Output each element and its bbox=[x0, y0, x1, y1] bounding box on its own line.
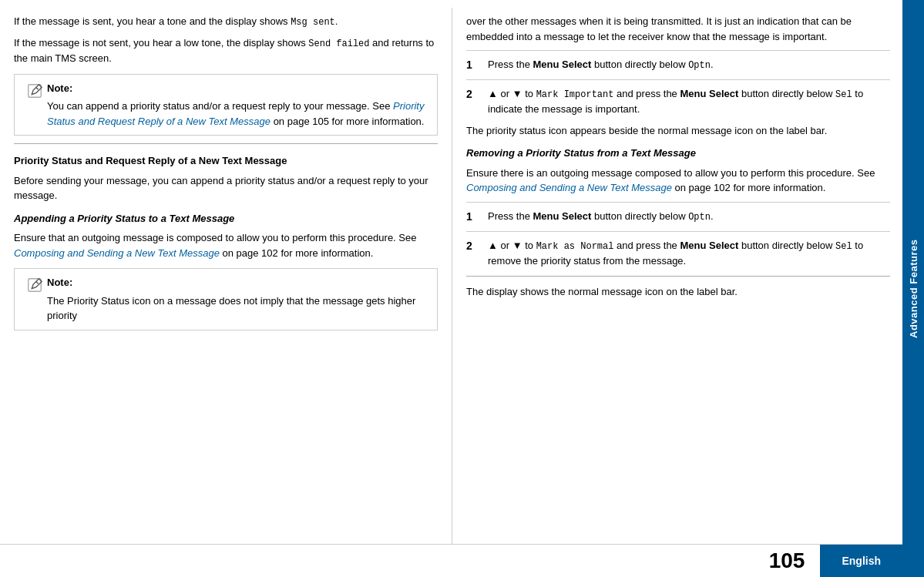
msg-sent-mono: Msg sent bbox=[291, 17, 335, 28]
step-number-1: 1 bbox=[466, 57, 483, 73]
italic-heading-appending: Appending a Priority Status to a Text Me… bbox=[14, 211, 438, 226]
arrow-down-2: ▼ bbox=[512, 240, 522, 251]
ensure-para-1: Ensure that an outgoing message is compo… bbox=[14, 230, 438, 260]
pencil-icon bbox=[26, 82, 43, 99]
arrow-down-1: ▼ bbox=[512, 88, 522, 99]
advanced-features-tab: Advanced Features bbox=[902, 0, 924, 577]
svg-rect-0 bbox=[29, 84, 42, 97]
step-row-1: 1 Press the Menu Select button directly … bbox=[466, 50, 890, 73]
step-row-3: 1 Press the Menu Select button directly … bbox=[466, 202, 890, 225]
note-title-1: Note: bbox=[47, 81, 429, 96]
italic-heading-removing: Removing a Priority Status from a Text M… bbox=[466, 146, 890, 161]
divider-2 bbox=[466, 276, 890, 277]
step-number-3: 1 bbox=[466, 209, 483, 225]
english-tab[interactable]: English bbox=[820, 545, 902, 577]
para-display: The display shows the normal message ico… bbox=[466, 284, 890, 300]
columns-wrapper: If the message is sent, you hear a tone … bbox=[0, 0, 902, 544]
note-box-2: Note: The Priority Status icon on a mess… bbox=[14, 268, 438, 330]
step-content-2: ▲ or ▼ to Mark Important and press the M… bbox=[488, 86, 890, 117]
para-send-failed: If the message is not sent, you hear a l… bbox=[14, 35, 438, 66]
step2-mono: Mark Important bbox=[536, 89, 614, 100]
step-content-1: Press the Menu Select button directly be… bbox=[488, 57, 890, 72]
page-body: If the message is sent, you hear a tone … bbox=[0, 0, 902, 577]
arrow-up-2: ▲ bbox=[488, 240, 498, 251]
main-content: If the message is sent, you hear a tone … bbox=[0, 0, 924, 577]
step3-bold: Menu Select bbox=[533, 210, 592, 222]
step-number-2: 2 bbox=[466, 86, 483, 102]
step-row-2: 2 ▲ or ▼ to Mark Important and press the… bbox=[466, 79, 890, 117]
step-content-4: ▲ or ▼ to Mark as Normal and press the M… bbox=[488, 238, 890, 269]
para-msg-sent: If the message is sent, you hear a tone … bbox=[14, 14, 438, 29]
divider-1 bbox=[14, 143, 438, 144]
bottom-bar: 105 English bbox=[0, 544, 902, 577]
note-box-1: Note: You can append a priority status a… bbox=[14, 74, 438, 136]
section-heading-priority: Priority Status and Request Reply of a N… bbox=[14, 153, 438, 169]
right-column: over the other messages when it is being… bbox=[452, 8, 902, 544]
step2-mono2: Sel bbox=[835, 89, 852, 100]
step4-mono: Mark as Normal bbox=[536, 241, 614, 252]
note-icon-1 bbox=[22, 81, 47, 129]
step-content-3: Press the Menu Select button directly be… bbox=[488, 209, 890, 224]
svg-rect-1 bbox=[29, 279, 42, 292]
note-content-1: Note: You can append a priority status a… bbox=[47, 81, 429, 129]
step4-mono2: Sel bbox=[835, 241, 852, 252]
step1-bold: Menu Select bbox=[533, 59, 592, 70]
ensure-link-1[interactable]: Composing and Sending a New Text Message bbox=[14, 247, 220, 259]
note-icon-2 bbox=[22, 275, 47, 324]
step-row-4: 2 ▲ or ▼ to Mark as Normal and press the… bbox=[466, 231, 890, 269]
over-para: over the other messages when it is being… bbox=[466, 14, 890, 44]
step4-bold: Menu Select bbox=[680, 240, 738, 251]
note1-end: on page 105 for more information. bbox=[270, 116, 424, 127]
ensure-link-2[interactable]: Composing and Sending a New Text Message bbox=[466, 182, 672, 193]
step3-mono: Optn bbox=[688, 212, 711, 223]
ensure-para-2: Ensure there is an outgoing message comp… bbox=[466, 166, 890, 196]
page-number: 105 bbox=[0, 545, 820, 577]
step1-mono: Optn bbox=[688, 60, 711, 71]
arrow-up-1: ▲ bbox=[488, 88, 498, 99]
pencil-icon-2 bbox=[26, 277, 43, 294]
note-title-2: Note: bbox=[47, 275, 429, 290]
before-para: Before sending your message, you can app… bbox=[14, 173, 438, 203]
note2-body: The Priority Status icon on a message do… bbox=[47, 295, 415, 322]
note1-body-text: You can append a priority status and/or … bbox=[47, 100, 393, 112]
note-content-2: Note: The Priority Status icon on a mess… bbox=[47, 275, 429, 324]
step-number-4: 2 bbox=[466, 238, 483, 254]
step2-bold: Menu Select bbox=[680, 88, 738, 99]
send-failed-mono: Send failed bbox=[308, 39, 369, 49]
para-priority-icon: The priority status icon appears beside … bbox=[466, 123, 890, 139]
left-column: If the message is sent, you hear a tone … bbox=[0, 8, 452, 544]
